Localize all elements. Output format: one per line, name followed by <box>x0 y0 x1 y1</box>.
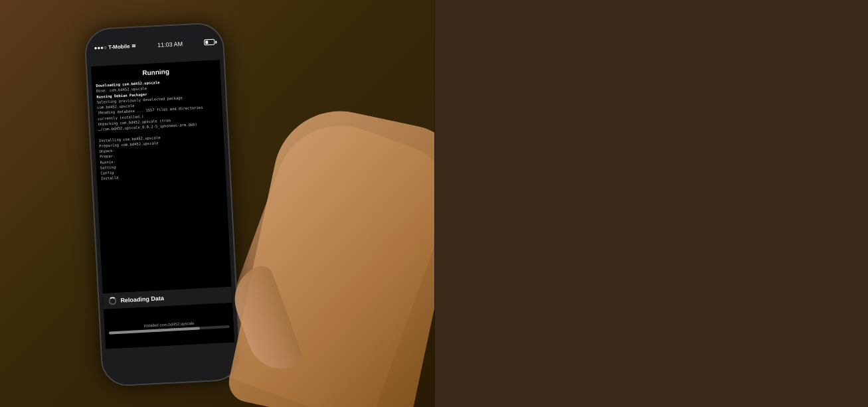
left-carrier: ●●●○ T-Mobile ≋ <box>94 43 136 51</box>
battery-icon-left <box>204 39 215 46</box>
spinner-icon <box>108 297 117 305</box>
left-phone-bottom <box>102 342 240 386</box>
left-log: Downloading com.bd452.upscale Done: com.… <box>96 76 222 181</box>
left-panel: ●●●○ T-Mobile ≋ 11:03 AM Running Downloa… <box>0 0 434 407</box>
left-battery <box>204 39 215 46</box>
reloading-text: Reloading Data <box>120 295 164 303</box>
left-phone-frame: ●●●○ T-Mobile ≋ 11:03 AM Running Downloa… <box>84 22 242 387</box>
battery-fill-left <box>205 41 208 44</box>
panel-divider <box>434 0 435 407</box>
left-phone-screen: Running Downloading com.bd452.upscale Do… <box>91 60 234 349</box>
left-time: 11:03 AM <box>157 41 183 48</box>
